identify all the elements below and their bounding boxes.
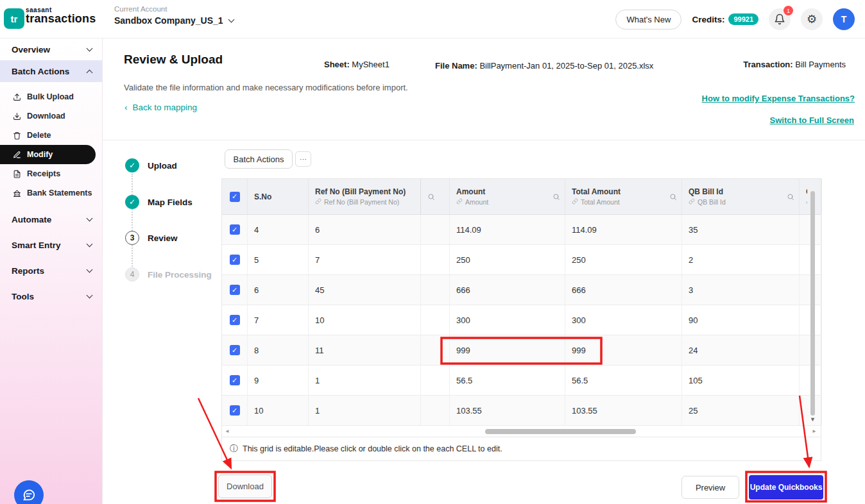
- sidebar-item-label: Tools: [12, 292, 34, 301]
- chevron-down-icon: [87, 240, 93, 247]
- cell-amount[interactable]: 999: [450, 335, 565, 365]
- help-link[interactable]: How to modify Expense Transactions?: [702, 94, 855, 103]
- cell-total-amount[interactable]: 114.09: [565, 215, 682, 244]
- cell-total-amount[interactable]: 250: [565, 245, 682, 274]
- notifications-button[interactable]: 1: [769, 8, 791, 30]
- trash-icon: [13, 131, 21, 140]
- sidebar-item-overview[interactable]: Overview: [0, 38, 102, 60]
- column-header-amount[interactable]: Amount Amount: [450, 179, 565, 214]
- cell-amount[interactable]: 114.09: [450, 215, 565, 244]
- update-quickbooks-button[interactable]: Update Quickbooks: [749, 475, 823, 500]
- whats-new-button[interactable]: What's New: [615, 10, 681, 29]
- cell-ref-no[interactable]: 1: [309, 365, 421, 395]
- cell-total-amount[interactable]: 103.55: [565, 396, 682, 425]
- cell-ref-no[interactable]: 45: [309, 275, 421, 305]
- mapped-field-label: Total Amount: [581, 198, 620, 206]
- cell-s-no[interactable]: 7: [248, 305, 309, 335]
- sidebar-item-receipts[interactable]: Receipts: [0, 164, 102, 183]
- more-options-button[interactable]: ···: [295, 151, 311, 167]
- step-label: Upload: [148, 161, 177, 171]
- sidebar-item-reports[interactable]: Reports: [0, 258, 102, 283]
- cell-s-no[interactable]: 4: [248, 215, 309, 244]
- transaction-label: Transaction:: [743, 60, 792, 69]
- cell-qb-bill-id[interactable]: 90: [682, 305, 800, 335]
- cell-total-amount[interactable]: 300: [565, 305, 682, 335]
- cell-qb-bill-id[interactable]: 105: [682, 365, 800, 395]
- sheet-label: Sheet:: [324, 60, 350, 69]
- scroll-down-icon[interactable]: ▼: [810, 416, 816, 423]
- batch-actions-button[interactable]: Batch Actions: [225, 149, 293, 169]
- row-checkbox[interactable]: ✓: [222, 275, 248, 305]
- cell-s-no[interactable]: 5: [248, 245, 309, 274]
- cell-qb-bill-id[interactable]: 3: [682, 275, 800, 305]
- cell-qb-bill-id[interactable]: 25: [682, 396, 800, 425]
- cell-qb-bill-id[interactable]: 35: [682, 215, 800, 244]
- cell-s-no[interactable]: 10: [248, 396, 309, 425]
- row-checkbox[interactable]: ✓: [222, 396, 248, 425]
- grid-row: ✓81199999924: [222, 335, 821, 365]
- mapped-field-label: QB Bill Id: [698, 198, 726, 206]
- settings-button[interactable]: ⚙: [801, 8, 823, 30]
- scroll-left-icon[interactable]: ◄: [225, 428, 230, 434]
- sidebar-item-label: Modify: [27, 150, 53, 159]
- sidebar-item-bank-statements[interactable]: Bank Statements: [0, 183, 102, 203]
- preview-button[interactable]: Preview: [681, 476, 739, 499]
- sidebar-item-bulk-upload[interactable]: Bulk Upload: [0, 87, 102, 106]
- row-checkbox[interactable]: ✓: [222, 335, 248, 365]
- app-root: tr saasant transactions Current Account …: [0, 0, 865, 504]
- column-header-ref-no[interactable]: Ref No (Bill Payment No) Ref No (Bill Pa…: [309, 179, 421, 214]
- download-button[interactable]: Download: [218, 475, 272, 498]
- sidebar-item-delete[interactable]: Delete: [0, 126, 102, 145]
- cell-total-amount[interactable]: 999: [565, 335, 682, 365]
- cell-total-amount[interactable]: 56.5: [565, 365, 682, 395]
- row-checkbox[interactable]: ✓: [222, 365, 248, 395]
- vertical-scroll-thumb[interactable]: [810, 191, 815, 416]
- horizontal-scrollbar[interactable]: ◄ ►: [222, 426, 821, 437]
- column-header-total-amount[interactable]: Total Amount Total Amount: [565, 179, 682, 214]
- back-to-mapping-link[interactable]: ‹ Back to mapping: [124, 103, 197, 112]
- cell-ref-no[interactable]: 7: [309, 245, 421, 274]
- sidebar-item-smart-entry[interactable]: Smart Entry: [0, 232, 102, 258]
- cell-total-amount[interactable]: 666: [565, 275, 682, 305]
- sidebar-item-tools[interactable]: Tools: [0, 283, 102, 309]
- select-all-checkbox[interactable]: ✓: [222, 179, 248, 214]
- search-icon[interactable]: [669, 193, 677, 201]
- search-icon[interactable]: [552, 193, 560, 201]
- cell-ref-no[interactable]: 11: [309, 335, 421, 365]
- row-checkbox[interactable]: ✓: [222, 245, 248, 274]
- cell-amount[interactable]: 666: [450, 275, 565, 305]
- cell-qb-bill-id[interactable]: 24: [682, 335, 800, 365]
- user-avatar[interactable]: T: [833, 8, 855, 30]
- full-screen-link[interactable]: Switch to Full Screen: [770, 115, 854, 125]
- search-icon[interactable]: [787, 193, 794, 201]
- account-selector[interactable]: Sandbox Company_US_1: [114, 15, 234, 26]
- column-header-qb-bill-id[interactable]: QB Bill Id QB Bill Id: [682, 179, 800, 214]
- cell-amount[interactable]: 250: [450, 245, 565, 274]
- search-icon[interactable]: [427, 193, 435, 201]
- horizontal-scroll-thumb[interactable]: [485, 429, 636, 434]
- grid-note: ⓘ This grid is editable.Please click or …: [222, 437, 821, 460]
- sidebar-item-batch-actions[interactable]: Batch Actions: [0, 60, 102, 82]
- cell-s-no[interactable]: 9: [248, 365, 309, 395]
- sidebar-item-automate[interactable]: Automate: [0, 206, 102, 232]
- cell-s-no[interactable]: 8: [248, 335, 309, 365]
- row-checkbox[interactable]: ✓: [222, 215, 248, 244]
- cell-s-no[interactable]: 6: [248, 275, 309, 305]
- step-review: 3 Review: [125, 231, 178, 245]
- column-header-s-no[interactable]: S.No: [248, 179, 309, 214]
- sidebar-item-modify[interactable]: Modify: [0, 145, 96, 164]
- cell-ref-no[interactable]: 6: [309, 215, 421, 244]
- cell-ref-no[interactable]: 10: [309, 305, 421, 335]
- scroll-right-icon[interactable]: ►: [812, 428, 817, 434]
- cell-amount[interactable]: 300: [450, 305, 565, 335]
- cell-qb-bill-id[interactable]: 2: [682, 245, 800, 274]
- cell-amount[interactable]: 56.5: [450, 365, 565, 395]
- row-checkbox[interactable]: ✓: [222, 305, 248, 335]
- current-account: Current Account Sandbox Company_US_1: [114, 5, 234, 26]
- sidebar-item-download[interactable]: Download: [0, 106, 102, 126]
- brand-name: saasant transactions: [26, 6, 96, 26]
- cell-amount[interactable]: 103.55: [450, 396, 565, 425]
- sidebar-item-label: Reports: [12, 266, 44, 276]
- cell-ref-no[interactable]: 1: [309, 396, 421, 425]
- chat-support-button[interactable]: [14, 480, 44, 504]
